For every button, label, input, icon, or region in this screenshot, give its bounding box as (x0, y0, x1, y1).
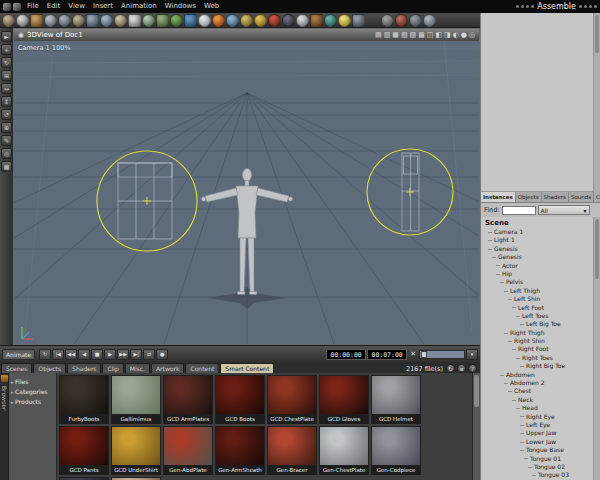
scene-tree-item-left-toes[interactable]: Left Toes (481, 312, 593, 320)
eyedropper-tool[interactable]: ✎ (1, 135, 12, 146)
scene-tree-item-neck[interactable]: Neck (481, 396, 593, 404)
insert-dark-sphere-icon[interactable] (282, 14, 295, 27)
shadow-toggle-icon[interactable]: ◐ (453, 30, 459, 40)
bank-tool[interactable]: ↺ (1, 109, 12, 120)
browser-tab-objects[interactable]: Objects (33, 363, 66, 373)
content-thumbnail[interactable] (319, 375, 369, 415)
scene-tree-item-tongue-base[interactable]: Tongue Base (481, 446, 593, 454)
menu-item-file[interactable]: File (23, 0, 43, 13)
zoom-tool[interactable]: ⊕ (1, 122, 12, 133)
scene-tree-item-right-thigh[interactable]: Right Thigh (481, 329, 593, 337)
insert-sphere-icon[interactable] (16, 14, 29, 27)
end-time-display[interactable]: 00:07:00 (367, 349, 407, 360)
content-thumbnail[interactable] (267, 426, 317, 466)
insert-silver-sphere-icon[interactable] (296, 14, 309, 27)
find-filter-dropdown[interactable]: All ▾ (538, 205, 590, 215)
menu-item-animation[interactable]: Animation (117, 0, 161, 13)
time-scrubber[interactable] (419, 350, 465, 359)
content-item-furbyboots[interactable]: FurbyBoots (59, 375, 109, 424)
browser-tab-misc[interactable]: Misc. (125, 363, 150, 373)
insert-spline-object-icon[interactable] (114, 14, 127, 27)
record-button[interactable]: ● (156, 349, 168, 360)
content-item-gallimimus[interactable]: Gallimimus (111, 375, 161, 424)
camera-label[interactable]: Camera 1 100% (18, 44, 70, 52)
insert-red-sphere-icon[interactable] (268, 14, 281, 27)
lit-wireframe-mode-icon[interactable]: ▥ (384, 30, 391, 40)
find-input[interactable] (502, 206, 536, 215)
render-preview-tool[interactable]: ▦ (1, 161, 12, 172)
browser-tab-shaders[interactable]: Shaders (67, 363, 101, 373)
loop-button[interactable]: ↻ (39, 349, 51, 360)
frame-menu-button[interactable]: ▾ (466, 349, 478, 360)
content-grid-scrollbar[interactable] (472, 373, 480, 480)
pan-tool[interactable]: ↔ (1, 83, 12, 94)
folder-icon[interactable] (1, 375, 8, 382)
scene-tree-item-lower-jaw[interactable]: Lower Jaw (481, 438, 593, 446)
insert-plane-icon[interactable] (86, 14, 99, 27)
scene-tree-item-left-eye[interactable]: Left Eye (481, 421, 593, 429)
content-item-gcd-boots[interactable]: GCD Boots (215, 375, 265, 424)
scene-tree-item-tongue-03[interactable]: Tongue 03 (481, 471, 593, 479)
folder-item-products[interactable]: Products (9, 396, 56, 406)
wireframe-mode-icon[interactable]: ▤ (375, 30, 382, 40)
animate-tray-tab[interactable]: Animate (2, 349, 35, 360)
insert-cone-icon[interactable] (44, 14, 57, 27)
insert-camera-icon[interactable] (352, 14, 365, 27)
hotpoint-tool[interactable]: ◎ (1, 148, 12, 159)
refresh-icon[interactable]: ↻ (446, 364, 455, 373)
scene-tree-item-left-shin[interactable]: Left Shin (481, 295, 593, 303)
content-item-gen-codpiece[interactable]: Gen-Codpiece (371, 426, 421, 475)
magnifier-icon[interactable] (423, 14, 436, 27)
current-time-display[interactable]: 00:00:00 (326, 349, 366, 360)
textured-mode-icon[interactable]: ▩ (418, 30, 425, 40)
insert-gold-sphere-icon[interactable] (254, 14, 267, 27)
scene-tree-item-upper-jaw[interactable]: Upper Jaw (481, 429, 593, 437)
content-item-gen-chestplate[interactable]: Gen-ChestPlate (319, 426, 369, 475)
content-thumbnail[interactable] (163, 375, 213, 415)
tree-scrollbar[interactable] (593, 217, 600, 480)
new-document-icon[interactable] (13, 3, 21, 11)
dolly-tool[interactable]: ↕ (1, 96, 12, 107)
panel-tab-clips[interactable]: Clips (594, 192, 600, 202)
insert-light-icon[interactable] (338, 14, 351, 27)
scene-tree-item-camera-1[interactable]: Camera 1 (481, 228, 593, 236)
menu-item-web[interactable]: Web (200, 0, 223, 13)
scene-tree-item-abdomen-2[interactable]: Abdomen 2 (481, 379, 593, 387)
insert-ocean-icon[interactable] (184, 14, 197, 27)
content-thumbnail[interactable] (59, 426, 109, 466)
wrench-icon[interactable] (409, 14, 422, 27)
scene-tree-item-left-big-toe[interactable]: Left Big Toe (481, 320, 593, 328)
scene-tree-item-actor[interactable]: Actor (481, 262, 593, 270)
menu-item-insert[interactable]: Insert (89, 0, 117, 13)
content-item-gcd-gloves[interactable]: GCD Gloves (319, 375, 369, 424)
insert-fountain-icon[interactable] (226, 14, 239, 27)
scene-tree-item-right-toes[interactable]: Right Toes (481, 354, 593, 362)
close-timeline-icon[interactable]: ✕ (408, 350, 418, 358)
folder-item-files[interactable]: Files (9, 376, 56, 386)
split-view-icon[interactable]: ◫ (427, 30, 434, 40)
go-start-button[interactable]: |◀ (52, 349, 64, 360)
play-button[interactable]: ▶ (104, 349, 116, 360)
rotate-tool[interactable]: ↻ (1, 57, 12, 68)
scene-tree-item-right-big-toe[interactable]: Right Big Toe (481, 362, 593, 370)
right-view-icon[interactable]: ◨ (444, 30, 451, 40)
panel-tab-shaders[interactable]: Shaders (542, 192, 569, 202)
folder-item-categories[interactable]: Categories (9, 386, 56, 396)
room-dots-right[interactable] (579, 5, 597, 8)
scene-tree-item-abdomen[interactable]: Abdomen (481, 371, 593, 379)
insert-plant-icon[interactable] (170, 14, 183, 27)
insert-cylinder-icon[interactable] (58, 14, 71, 27)
content-thumbnail[interactable] (111, 375, 161, 415)
insert-cloud-icon[interactable] (198, 14, 211, 27)
scene-tree-item-right-shin[interactable]: Right Shin (481, 337, 593, 345)
browser-tab-content[interactable]: Content (185, 363, 219, 373)
step-back-button[interactable]: ◀ (78, 349, 90, 360)
flat-shade-mode-icon[interactable]: ▦ (392, 30, 399, 40)
content-item-gcd-helmet[interactable]: GCD Helmet (371, 375, 421, 424)
panel-scrollbar[interactable] (593, 13, 600, 192)
viewport-canvas[interactable] (14, 41, 479, 344)
content-thumbnail[interactable] (371, 375, 421, 415)
scene-tree-item-left-foot[interactable]: Left Foot (481, 304, 593, 312)
content-thumbnail[interactable] (111, 426, 161, 466)
panel-tab-instances[interactable]: Instances (481, 192, 516, 202)
